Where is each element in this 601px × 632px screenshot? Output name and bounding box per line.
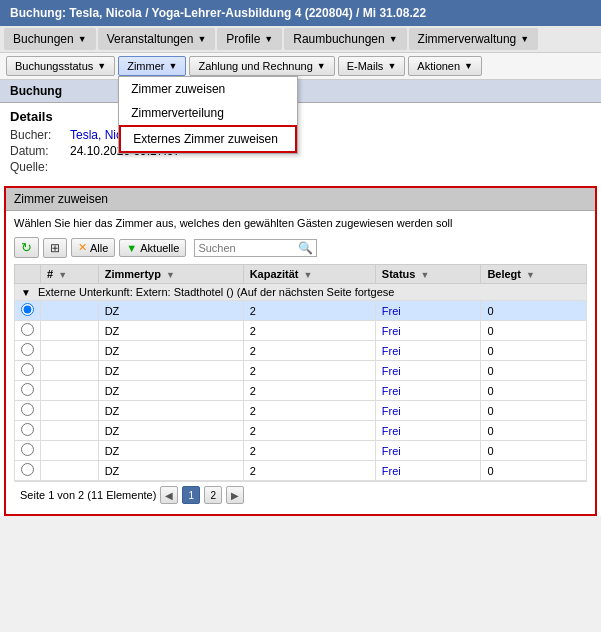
- cell-type: DZ: [98, 461, 243, 481]
- table-row[interactable]: DZ 2 Frei 0: [15, 321, 587, 341]
- page-1-button[interactable]: 1: [182, 486, 200, 504]
- cell-status: Frei: [375, 301, 481, 321]
- cell-num: [41, 441, 99, 461]
- nav-zimmerverwaltung[interactable]: Zimmerverwaltung ▼: [409, 28, 539, 50]
- cell-capacity: 2: [243, 361, 375, 381]
- cell-num: [41, 301, 99, 321]
- zimmer-zuweisen-item[interactable]: Zimmer zuweisen: [119, 77, 297, 101]
- group-label: Externe Unterkunft: Extern: Stadthotel (…: [38, 286, 394, 298]
- search-input[interactable]: [198, 242, 298, 254]
- cell-belegt: 0: [481, 401, 587, 421]
- row-radio-input[interactable]: [21, 403, 34, 416]
- table-row[interactable]: DZ 2 Frei 0: [15, 461, 587, 481]
- bucher-label: Bucher:: [10, 128, 70, 142]
- modal-title: Zimmer zuweisen: [6, 188, 595, 211]
- cell-belegt: 0: [481, 301, 587, 321]
- table-toolbar: ↻ ⊞ ✕ Alle ▼ Aktuelle 🔍: [14, 235, 587, 260]
- radio-cell[interactable]: [15, 301, 41, 321]
- grid-button[interactable]: ⊞: [43, 238, 67, 258]
- group-collapse-icon[interactable]: ▼: [21, 287, 31, 298]
- nav-veranstaltungen[interactable]: Veranstaltungen ▼: [98, 28, 216, 50]
- refresh-button[interactable]: ↻: [14, 237, 39, 258]
- cell-status: Frei: [375, 321, 481, 341]
- quelle-row: Quelle:: [10, 160, 591, 174]
- radio-cell[interactable]: [15, 401, 41, 421]
- aktionen-button[interactable]: Aktionen ▼: [408, 56, 482, 76]
- cell-num: [41, 401, 99, 421]
- zimmer-zuweisen-modal: Zimmer zuweisen Wählen Sie hier das Zimm…: [4, 186, 597, 516]
- table-row[interactable]: DZ 2 Frei 0: [15, 441, 587, 461]
- table-row[interactable]: DZ 2 Frei 0: [15, 421, 587, 441]
- zahlung-rechnung-button[interactable]: Zahlung und Rechnung ▼: [189, 56, 334, 76]
- buchung-section-header: Buchung: [0, 80, 601, 103]
- col-belegt[interactable]: Belegt ▼: [481, 265, 587, 284]
- datum-row: Datum: 24.10.2020 09:27:07: [10, 144, 591, 158]
- group-row: ▼ Externe Unterkunft: Extern: Stadthotel…: [15, 284, 587, 301]
- search-icon[interactable]: 🔍: [298, 241, 313, 255]
- table-row[interactable]: DZ 2 Frei 0: [15, 401, 587, 421]
- zimmer-table: # ▼ Zimmertyp ▼ Kapazität ▼ Status: [14, 264, 587, 481]
- next-page-button[interactable]: ▶: [226, 486, 244, 504]
- col-status[interactable]: Status ▼: [375, 265, 481, 284]
- radio-cell[interactable]: [15, 441, 41, 461]
- table-row[interactable]: DZ 2 Frei 0: [15, 301, 587, 321]
- row-radio-input[interactable]: [21, 423, 34, 436]
- radio-cell[interactable]: [15, 321, 41, 341]
- page-2-button[interactable]: 2: [204, 486, 222, 504]
- cell-capacity: 2: [243, 441, 375, 461]
- pagination-info: Seite 1 von 2 (11 Elemente): [20, 489, 156, 501]
- table-row[interactable]: DZ 2 Frei 0: [15, 381, 587, 401]
- cell-type: DZ: [98, 361, 243, 381]
- table-row[interactable]: DZ 2 Frei 0: [15, 341, 587, 361]
- sort-icon: ▼: [166, 270, 175, 280]
- row-radio-input[interactable]: [21, 323, 34, 336]
- row-radio-input[interactable]: [21, 383, 34, 396]
- radio-cell[interactable]: [15, 381, 41, 401]
- sort-icon: ▼: [526, 270, 535, 280]
- row-radio-input[interactable]: [21, 303, 34, 316]
- chevron-down-icon: ▼: [387, 61, 396, 71]
- table-row[interactable]: DZ 2 Frei 0: [15, 361, 587, 381]
- zimmerverteilung-item[interactable]: Zimmerverteilung: [119, 101, 297, 125]
- cell-type: DZ: [98, 381, 243, 401]
- chevron-down-icon: ▼: [78, 34, 87, 44]
- filter-active-icon: ▼: [126, 242, 137, 254]
- chevron-down-icon: ▼: [264, 34, 273, 44]
- nav-profile[interactable]: Profile ▼: [217, 28, 282, 50]
- nav-bar: Buchungen ▼ Veranstaltungen ▼ Profile ▼ …: [0, 26, 601, 53]
- sort-icon: ▼: [421, 270, 430, 280]
- prev-page-button[interactable]: ◀: [160, 486, 178, 504]
- cell-belegt: 0: [481, 441, 587, 461]
- pagination: Seite 1 von 2 (11 Elemente) ◀ 1 2 ▶: [14, 481, 587, 508]
- col-kapazitat[interactable]: Kapazität ▼: [243, 265, 375, 284]
- row-radio-input[interactable]: [21, 343, 34, 356]
- row-radio-input[interactable]: [21, 463, 34, 476]
- radio-cell[interactable]: [15, 461, 41, 481]
- chevron-down-icon: ▼: [389, 34, 398, 44]
- radio-cell[interactable]: [15, 421, 41, 441]
- alle-filter-button[interactable]: ✕ Alle: [71, 238, 115, 257]
- sort-icon: ▼: [304, 270, 313, 280]
- col-num[interactable]: # ▼: [41, 265, 99, 284]
- quelle-label: Quelle:: [10, 160, 70, 174]
- grid-icon: ⊞: [50, 241, 60, 255]
- col-zimmertyp[interactable]: Zimmertyp ▼: [98, 265, 243, 284]
- row-radio-input[interactable]: [21, 443, 34, 456]
- details-title: Details: [10, 109, 591, 124]
- cell-num: [41, 421, 99, 441]
- buchungsstatus-button[interactable]: Buchungsstatus ▼: [6, 56, 115, 76]
- cell-num: [41, 341, 99, 361]
- zimmer-button[interactable]: Zimmer ▼: [118, 56, 186, 76]
- cell-capacity: 2: [243, 401, 375, 421]
- aktuelle-filter-button[interactable]: ▼ Aktuelle: [119, 239, 186, 257]
- search-container: 🔍: [194, 239, 317, 257]
- cell-type: DZ: [98, 421, 243, 441]
- radio-cell[interactable]: [15, 361, 41, 381]
- nav-buchungen[interactable]: Buchungen ▼: [4, 28, 96, 50]
- nav-raumbuchungen[interactable]: Raumbuchungen ▼: [284, 28, 406, 50]
- row-radio-input[interactable]: [21, 363, 34, 376]
- radio-cell[interactable]: [15, 341, 41, 361]
- cell-belegt: 0: [481, 361, 587, 381]
- emails-button[interactable]: E-Mails ▼: [338, 56, 406, 76]
- externes-zimmer-zuweisen-item[interactable]: Externes Zimmer zuweisen: [119, 125, 297, 153]
